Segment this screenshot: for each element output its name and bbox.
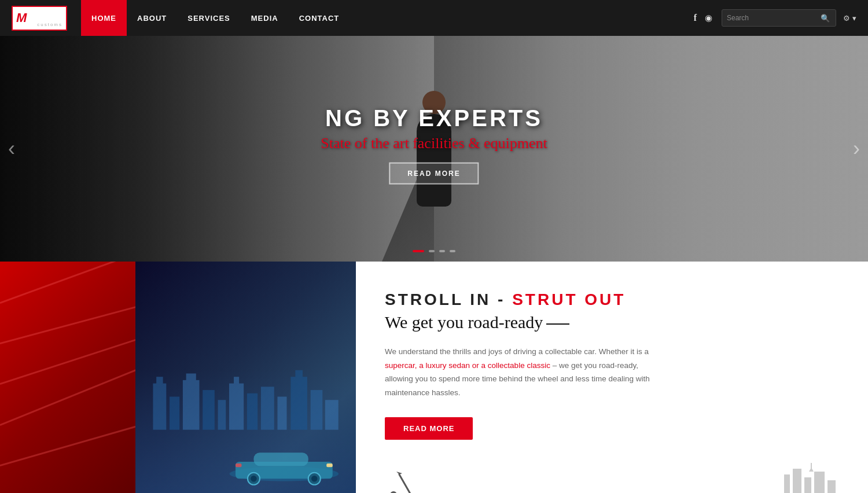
svg-marker-32 [396, 472, 402, 474]
nav-services[interactable]: SERVICES [177, 0, 241, 36]
dot-4[interactable] [450, 250, 455, 252]
nav-links: HOME ABOUT SERVICES MEDIA CONTACT [81, 0, 350, 36]
logo-m: M [16, 10, 27, 25]
search-button[interactable]: 🔍 [819, 14, 831, 23]
splat-icon [385, 469, 420, 494]
car-silhouette [223, 424, 345, 494]
hero-content: NG BY EXPERTS State of the art facilitie… [321, 105, 547, 185]
dot-2[interactable] [429, 250, 435, 252]
svg-rect-18 [254, 452, 308, 466]
hero-subtitle: State of the art facilities & equipment [321, 135, 547, 152]
svg-rect-33 [784, 474, 790, 494]
stroll-subheading: We get you road-ready [385, 312, 839, 332]
slider-arrow-left[interactable]: ‹ [8, 137, 15, 161]
svg-rect-3 [183, 380, 200, 430]
svg-rect-1 [156, 377, 163, 385]
svg-rect-5 [203, 390, 215, 430]
svg-rect-23 [326, 463, 332, 467]
logo-town: TOWN [27, 9, 62, 21]
strut-out-text: STRUT OUT [512, 290, 626, 308]
logo-box: M TOWN customs [12, 6, 67, 31]
red-lines-decoration [0, 262, 135, 493]
svg-point-20 [251, 475, 256, 481]
svg-rect-34 [793, 469, 801, 494]
stroll-in-text: STROLL IN - [385, 290, 512, 308]
nav-home[interactable]: HOME [81, 0, 127, 36]
dot-3[interactable] [439, 250, 445, 252]
dot-1[interactable] [413, 250, 424, 252]
bottom-decorations [385, 451, 839, 494]
svg-rect-35 [804, 477, 811, 494]
red-panel [0, 262, 135, 493]
settings-arrow: ▾ [852, 14, 856, 23]
svg-rect-36 [814, 472, 825, 494]
dark-panel [135, 262, 356, 493]
bottom-image-panel [0, 262, 356, 493]
svg-rect-0 [153, 384, 166, 430]
stroll-body-text: We understand the thrills and joys of dr… [385, 345, 663, 400]
stroll-heading: STROLL IN - STRUT OUT [385, 290, 839, 309]
hero-cta-button[interactable]: READ MORE [389, 163, 479, 185]
bottom-section: STROLL IN - STRUT OUT We get you road-re… [0, 262, 868, 493]
facebook-icon[interactable] [694, 13, 697, 23]
bottom-content-panel: STROLL IN - STRUT OUT We get you road-re… [356, 262, 868, 493]
settings-icon: ⚙ [843, 14, 850, 23]
social-icons [694, 13, 712, 23]
nav-media[interactable]: MEDIA [241, 0, 289, 36]
svg-line-31 [399, 474, 411, 494]
svg-rect-8 [234, 377, 239, 385]
svg-point-22 [311, 475, 317, 481]
logo[interactable]: M TOWN customs [12, 6, 69, 31]
svg-rect-37 [827, 480, 836, 494]
search-input[interactable] [727, 14, 819, 22]
svg-rect-4 [186, 374, 196, 382]
svg-rect-2 [170, 397, 179, 430]
svg-point-27 [390, 491, 397, 494]
svg-rect-24 [236, 463, 241, 467]
nav-about[interactable]: ABOUT [127, 0, 177, 36]
slider-arrow-right[interactable]: › [853, 137, 860, 161]
logo-customs: customs [27, 22, 62, 27]
svg-rect-7 [229, 384, 244, 430]
nav-contact[interactable]: CONTACT [289, 0, 350, 36]
instagram-icon[interactable] [705, 13, 712, 23]
hero-slider: NG BY EXPERTS State of the art facilitie… [0, 36, 868, 262]
settings-menu[interactable]: ⚙ ▾ [843, 14, 856, 23]
navbar: M TOWN customs HOME ABOUT SERVICES MEDIA… [0, 0, 868, 36]
city-icon [781, 463, 839, 494]
search-bar[interactable]: 🔍 [722, 9, 836, 27]
read-more-button[interactable]: READ MORE [385, 417, 473, 440]
svg-rect-13 [295, 370, 303, 378]
svg-rect-12 [290, 377, 307, 430]
hero-title: NG BY EXPERTS [321, 105, 547, 131]
svg-marker-39 [809, 468, 814, 472]
slider-dots [413, 250, 455, 252]
